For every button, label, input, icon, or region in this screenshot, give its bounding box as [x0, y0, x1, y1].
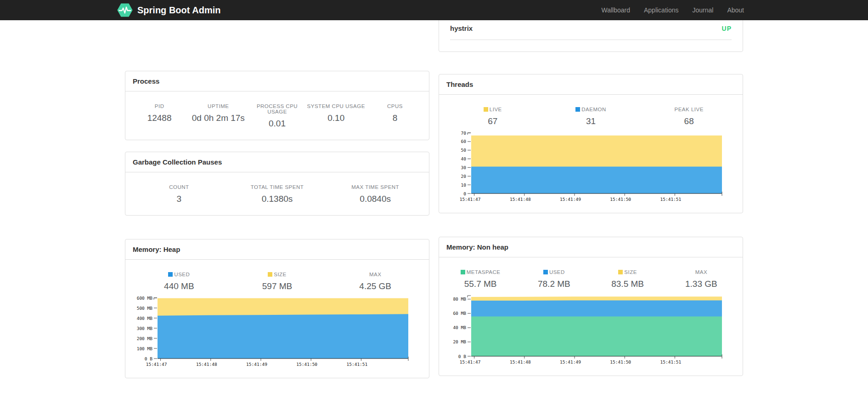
brand-title: Spring Boot Admin	[137, 5, 220, 16]
stat-value: 78.2 MB	[517, 279, 591, 289]
legend-swatch-icon	[461, 270, 465, 274]
nonheap-stats-row: METASPACE55.7 MBUSED78.2 MBSIZE83.5 MBMA…	[439, 257, 743, 292]
heap-chart: 0 B100 MB200 MB300 MB400 MB500 MB600 MB1…	[132, 295, 412, 370]
process-panel-title: Process	[125, 71, 429, 91]
legend-swatch-icon	[268, 272, 272, 277]
heap-panel-title: Memory: Heap	[125, 239, 429, 260]
stat-label: MAX	[665, 269, 738, 275]
memory-heap-panel: Memory: Heap USED440 MBSIZE597 MBMAX4.25…	[125, 239, 429, 378]
nav-links: WallboardApplicationsJournalAbout	[594, 0, 751, 20]
applications-panel-footer	[439, 40, 743, 51]
svg-text:0 B: 0 B	[145, 356, 152, 361]
live-stat: LIVE67	[444, 107, 542, 126]
svg-text:70: 70	[461, 131, 467, 136]
svg-text:15:41:51: 15:41:51	[660, 197, 682, 202]
stat-value: 3	[130, 194, 228, 204]
nav-link-applications[interactable]: Applications	[637, 0, 686, 20]
stat-value: 1.33 GB	[665, 279, 738, 289]
used-stat: USED78.2 MB	[517, 269, 591, 289]
svg-text:60: 60	[461, 139, 467, 144]
svg-text:50: 50	[461, 148, 467, 153]
stat-label: PEAK LIVE	[640, 107, 738, 112]
stat-label: COUNT	[130, 184, 228, 190]
svg-text:15:41:47: 15:41:47	[460, 359, 481, 364]
stat-value: 67	[444, 116, 542, 126]
stat-label: MAX TIME SPENT	[326, 184, 424, 190]
svg-text:15:41:50: 15:41:50	[610, 359, 631, 364]
application-name[interactable]: hystrix	[450, 24, 473, 32]
stat-value: 0.1380s	[228, 194, 327, 204]
max-time-spent-stat: MAX TIME SPENT0.0840s	[326, 184, 424, 204]
stat-label: MAX	[326, 272, 424, 277]
svg-text:80 MB: 80 MB	[453, 296, 466, 302]
svg-text:15:41:50: 15:41:50	[296, 362, 317, 367]
threads-stats-row: LIVE67DAEMON31PEAK LIVE68	[439, 95, 743, 129]
svg-text:200 MB: 200 MB	[137, 336, 153, 341]
main-content: Process PID12488UPTIME0d 0h 2m 17sPROCES…	[125, 20, 743, 378]
stat-label: PROCESS CPU USAGE	[248, 103, 306, 114]
svg-text:600 MB: 600 MB	[137, 296, 153, 301]
stat-value: 12488	[130, 113, 189, 123]
svg-text:30: 30	[461, 165, 467, 170]
process-cpu-usage-stat: PROCESS CPU USAGE0.01	[248, 103, 306, 129]
nonheap-panel-title: Memory: Non heap	[439, 237, 743, 257]
application-row[interactable]: hystrix UP	[439, 24, 743, 40]
gc-pauses-panel: Garbage Collection Pauses COUNT3TOTAL TI…	[125, 152, 429, 216]
svg-text:15:41:49: 15:41:49	[560, 359, 581, 364]
threads-panel: Threads LIVE67DAEMON31PEAK LIVE68 010203…	[439, 74, 743, 213]
stat-value: 31	[542, 116, 640, 126]
gc-stats-row: COUNT3TOTAL TIME SPENT0.1380sMAX TIME SP…	[125, 172, 429, 215]
stat-value: 0.01	[248, 119, 306, 129]
stat-value: 83.5 MB	[591, 279, 665, 289]
svg-text:60 MB: 60 MB	[453, 311, 466, 316]
stat-label: UPTIME	[189, 103, 248, 109]
size-stat: SIZE597 MB	[228, 272, 327, 291]
stat-value: 0d 0h 2m 17s	[189, 113, 248, 123]
stat-label: METASPACE	[444, 269, 517, 275]
svg-text:15:41:48: 15:41:48	[196, 362, 217, 367]
brand-logo-icon	[117, 3, 133, 17]
uptime-stat: UPTIME0d 0h 2m 17s	[189, 103, 248, 129]
cpus-stat: CPUS8	[366, 103, 424, 129]
legend-swatch-icon	[543, 270, 548, 274]
svg-text:20: 20	[461, 174, 467, 179]
svg-text:100 MB: 100 MB	[137, 346, 153, 351]
nonheap-chart: 0 B20 MB40 MB60 MB80 MB15:41:4715:41:481…	[445, 293, 726, 367]
svg-text:15:41:48: 15:41:48	[510, 359, 531, 364]
stat-value: 597 MB	[228, 281, 327, 291]
svg-text:500 MB: 500 MB	[137, 306, 153, 311]
svg-text:0: 0	[463, 191, 466, 196]
navbar: Spring Boot Admin WallboardApplicationsJ…	[0, 0, 868, 20]
nav-link-journal[interactable]: Journal	[685, 0, 720, 20]
memory-nonheap-panel: Memory: Non heap METASPACE55.7 MBUSED78.…	[439, 237, 743, 376]
heap-stats-row: USED440 MBSIZE597 MBMAX4.25 GB	[125, 260, 429, 294]
nav-link-about[interactable]: About	[720, 0, 751, 20]
brand[interactable]: Spring Boot Admin	[117, 3, 220, 17]
nonheap-chart-wrap: 0 B20 MB40 MB60 MB80 MB15:41:4715:41:481…	[439, 292, 743, 376]
stat-value: 440 MB	[130, 281, 228, 291]
svg-text:40 MB: 40 MB	[453, 325, 466, 330]
legend-swatch-icon	[168, 272, 173, 277]
process-stats-row: PID12488UPTIME0d 0h 2m 17sPROCESS CPU US…	[125, 91, 429, 140]
svg-text:15:41:49: 15:41:49	[246, 362, 267, 367]
stat-label: USED	[130, 272, 228, 277]
count-stat: COUNT3	[130, 184, 228, 204]
svg-text:0 B: 0 B	[458, 354, 466, 359]
stat-label: DAEMON	[542, 107, 640, 112]
max-stat: MAX4.25 GB	[326, 272, 424, 291]
stat-value: 4.25 GB	[326, 281, 424, 291]
stat-value: 68	[640, 116, 738, 126]
size-stat: SIZE83.5 MB	[591, 269, 665, 289]
stat-label: USED	[517, 269, 591, 275]
heap-chart-wrap: 0 B100 MB200 MB300 MB400 MB500 MB600 MB1…	[125, 294, 429, 378]
legend-swatch-icon	[484, 107, 488, 112]
svg-text:40: 40	[461, 156, 467, 161]
status-badge: UP	[722, 25, 732, 32]
svg-text:15:41:51: 15:41:51	[660, 359, 682, 364]
navbar-inner: Spring Boot Admin WallboardApplicationsJ…	[117, 0, 751, 20]
nav-link-wallboard[interactable]: Wallboard	[594, 0, 637, 20]
daemon-stat: DAEMON31	[542, 107, 640, 126]
svg-text:300 MB: 300 MB	[137, 326, 153, 331]
stat-label: SIZE	[228, 272, 327, 277]
svg-text:15:41:49: 15:41:49	[560, 197, 581, 202]
